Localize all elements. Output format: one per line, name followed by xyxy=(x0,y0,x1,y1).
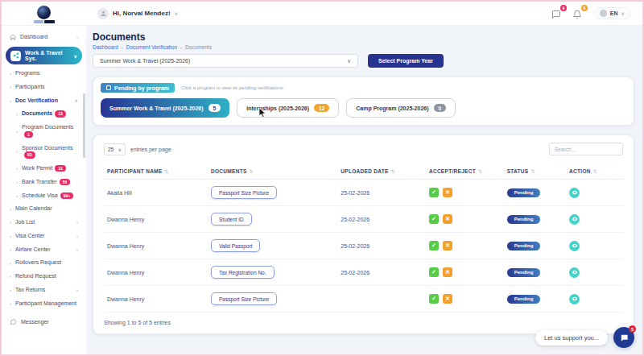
entries-per-page-label: entries per page xyxy=(130,147,171,152)
app-logo[interactable] xyxy=(2,4,86,23)
sidebar-item-participants[interactable]: › Participants xyxy=(2,81,86,94)
sidebar-item-sponsor-documents[interactable]: › Sponsor Documents63 xyxy=(2,142,86,163)
breadcrumb-doc-verification[interactable]: Document Verification xyxy=(126,44,177,50)
view-button[interactable] xyxy=(569,267,580,278)
reject-button[interactable]: ✕ xyxy=(443,214,452,224)
language-selector[interactable]: EN ∨ xyxy=(593,7,631,19)
sidebar-item-doc-verification[interactable]: › Doc Verification ∨ xyxy=(2,94,86,108)
eye-icon xyxy=(572,296,578,302)
document-button[interactable]: Tax Registration No. xyxy=(211,266,275,279)
chat-unread-badge: 5 xyxy=(629,325,636,333)
chevron-right-icon: › xyxy=(10,288,11,292)
col-participant-name[interactable]: PARTICIPANT NAME⇅ xyxy=(104,164,208,180)
document-button[interactable]: Valid Passport xyxy=(211,239,260,252)
home-icon xyxy=(10,34,16,41)
col-uploaded-date[interactable]: UPLOADED DATE⇅ xyxy=(337,164,426,180)
sidebar-item-work-permit[interactable]: › Work Permit31 xyxy=(2,162,86,176)
user-menu[interactable]: Hi, Norval Mendez! ∨ xyxy=(97,8,178,19)
table-row: Dwanna Henry Student ID 25-02-2026 ✓✕ Pe… xyxy=(104,206,623,233)
tab-camp-program[interactable]: Camp Program (2025-2026) 0 xyxy=(346,98,456,118)
select-program-year-button[interactable]: Select Program Year xyxy=(368,54,444,68)
view-button[interactable] xyxy=(569,294,580,304)
sort-icon: ⇅ xyxy=(530,169,535,174)
tab-summer-work-travel[interactable]: Summer Work & Travel (2025-2026) 5 xyxy=(101,98,229,118)
col-status[interactable]: STATUS⇅ xyxy=(504,164,566,180)
chevron-right-icon: › xyxy=(10,71,11,76)
chevron-down-icon: ∨ xyxy=(74,53,77,59)
notifications-badge: 8 xyxy=(581,5,588,11)
uploaded-date: 25-02-2026 xyxy=(337,206,426,233)
sidebar-item-visa-center[interactable]: › Visa Center › xyxy=(2,230,86,243)
chevron-right-icon: › xyxy=(76,220,81,225)
sidebar-item-rollovers-request[interactable]: › Rollovers Request xyxy=(2,256,86,270)
support-chat-label[interactable]: Let us support you... xyxy=(535,330,608,346)
chevron-right-icon: › xyxy=(10,301,11,306)
messages-button[interactable]: 9 xyxy=(551,8,563,19)
notifications-button[interactable]: 8 xyxy=(572,8,584,19)
chevron-right-icon: › xyxy=(76,234,81,238)
document-button[interactable]: Student ID xyxy=(211,213,252,226)
accept-button[interactable]: ✓ xyxy=(429,214,439,224)
sidebar-item-work-travel-sys[interactable]: Work & Travel Sys. ∨ xyxy=(6,47,82,64)
participant-name: Akalia Hill xyxy=(104,180,208,206)
accept-button[interactable]: ✓ xyxy=(429,188,439,197)
chevron-right-icon: › xyxy=(16,112,18,117)
view-button[interactable] xyxy=(569,188,580,198)
sort-icon: ⇅ xyxy=(164,169,168,174)
sidebar-item-dashboard[interactable]: Dashboard › xyxy=(2,31,86,44)
col-documents[interactable]: DOCUMENTS⇅ xyxy=(208,164,337,180)
chevron-right-icon: › xyxy=(76,288,81,292)
pending-by-program-panel: Pending by program Click a program to vi… xyxy=(93,77,634,126)
sidebar-item-programs[interactable]: › Programs xyxy=(2,67,86,81)
col-action[interactable]: ACTION⇅ xyxy=(566,164,623,180)
language-label: EN xyxy=(610,10,618,16)
chevron-right-icon: › xyxy=(16,166,18,171)
globe-icon xyxy=(600,10,607,17)
accept-button[interactable]: ✓ xyxy=(429,294,439,304)
clipboard-icon xyxy=(106,85,111,90)
support-chat-button[interactable]: 5 xyxy=(613,327,634,348)
count-badge: 59 xyxy=(60,179,71,185)
chevron-right-icon: › xyxy=(10,85,11,89)
status-badge: Pending xyxy=(507,295,541,304)
tab-count-badge: 12 xyxy=(314,104,329,112)
accept-button[interactable]: ✓ xyxy=(429,267,439,277)
tab-count-badge: 5 xyxy=(208,104,221,112)
document-button[interactable]: Passport Size Picture xyxy=(211,292,277,305)
entries-per-page-select[interactable]: 25 ∨ xyxy=(104,143,126,155)
chevron-right-icon: › xyxy=(180,45,182,50)
program-year-select[interactable]: Summer Work & Travel (2025-2026) ∨ xyxy=(93,54,358,68)
logo-wordmark xyxy=(34,20,55,23)
view-button[interactable] xyxy=(569,214,580,225)
chevron-right-icon: › xyxy=(10,98,11,103)
reject-button[interactable]: ✕ xyxy=(443,294,452,304)
sidebar-item-schedule-visa[interactable]: › Schedule Visa99+ xyxy=(2,189,86,203)
chevron-right-icon: › xyxy=(10,247,11,252)
tab-internships[interactable]: Internships (2025-2026) 12 xyxy=(237,98,339,118)
view-button[interactable] xyxy=(569,241,580,251)
reject-button[interactable]: ✕ xyxy=(443,241,452,250)
app-root: { "icons": { "chevron_right": "›", "chev… xyxy=(0,0,644,356)
col-accept-reject[interactable]: ACCEPT/REJECT⇅ xyxy=(426,164,504,180)
chevron-right-icon: › xyxy=(10,274,11,279)
sidebar-item-job-list[interactable]: › Job List › xyxy=(2,216,86,230)
reject-button[interactable]: ✕ xyxy=(443,188,452,197)
count-badge: 31 xyxy=(55,165,66,172)
sidebar-item-refund-request[interactable]: › Refund Request xyxy=(2,270,86,284)
sidebar-item-bank-transfer[interactable]: › Bank Transfer59 xyxy=(2,176,86,189)
sidebar-item-documents[interactable]: › Documents13 xyxy=(2,107,86,121)
sidebar-scrollbar[interactable] xyxy=(83,93,85,158)
sidebar-item-main-calendar[interactable]: › Main Calendar xyxy=(2,202,86,216)
reject-button[interactable]: ✕ xyxy=(443,267,452,277)
sidebar-item-program-documents[interactable]: › Program Documents1 xyxy=(2,121,86,142)
participant-name: Dwanna Henry xyxy=(104,259,208,286)
sidebar-item-tax-returns[interactable]: › Tax Returns › xyxy=(2,284,86,297)
document-button[interactable]: Passport Size Picture xyxy=(211,186,277,199)
sidebar-item-airfare-center[interactable]: › Airfare Center › xyxy=(2,243,86,257)
accept-button[interactable]: ✓ xyxy=(429,241,439,250)
breadcrumb-dashboard[interactable]: Dashboard xyxy=(93,44,118,50)
table-row: Dwanna Henry Passport Size Picture ✓✕ Pe… xyxy=(104,286,623,313)
search-input[interactable] xyxy=(549,143,623,155)
sidebar-item-participant-management[interactable]: › Participant Management xyxy=(2,297,86,311)
sidebar-item-messenger[interactable]: Messenger xyxy=(2,315,86,329)
